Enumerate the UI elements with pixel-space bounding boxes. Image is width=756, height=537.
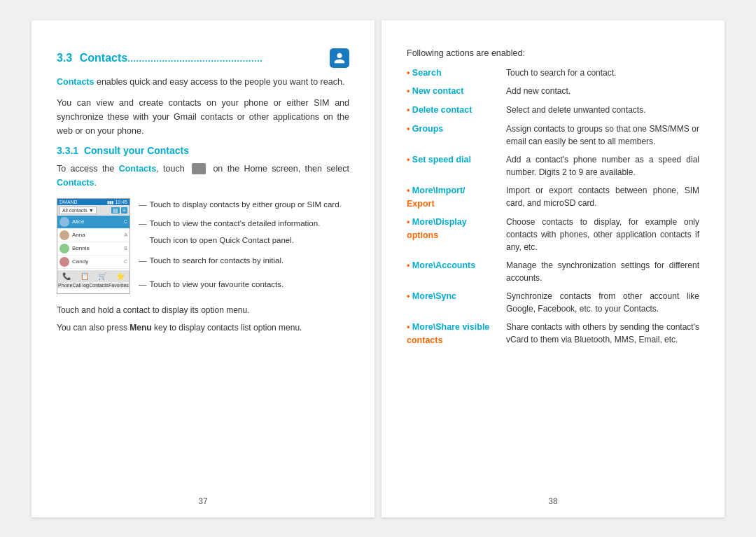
annotation-5: — Touch to view your favourite contacts.	[139, 278, 349, 292]
action-subterm-export: Export	[407, 197, 498, 211]
action-delete-contact: Delete contact Select and delete unwante…	[407, 104, 699, 117]
action-desc-display: Choose contacts to display, for example …	[506, 216, 699, 253]
annotation-4: — Touch to search for contacts by initia…	[139, 254, 349, 268]
action-speed-dial: Set speed dial Add a contact's phone num…	[407, 153, 699, 179]
subsection-title: 3.3.1 Consult your Contacts	[57, 145, 349, 156]
intro-paragraph: Contacts enables quick and easy access t…	[57, 75, 349, 89]
action-desc-new-contact: Add new contact.	[506, 85, 699, 98]
contact-row-alice: Alice C	[57, 216, 130, 229]
action-desc-import: Import or export contacts between phone,…	[506, 184, 699, 211]
action-term-share: More\Share visible	[407, 321, 498, 334]
action-term-groups: Groups	[407, 124, 443, 134]
phone-bottom-bar: 📞 📋 🛒 ⭐	[57, 270, 130, 282]
annotation-1: — Touch to display contacts by either gr…	[139, 198, 349, 212]
action-sync: More\Sync Synchronize contacts from othe…	[407, 290, 699, 315]
action-term-sync: More\Sync	[407, 291, 456, 301]
following-actions-text: Following actions are enabled:	[407, 48, 699, 58]
access-text: To access the Contacts, touch on the Hom…	[57, 162, 349, 190]
all-contacts-dropdown: All contacts ▼	[59, 207, 97, 214]
section-header: 3.3 Contacts............................…	[57, 48, 349, 68]
page-37: 3.3 Contacts............................…	[31, 20, 374, 517]
action-import-export: More\Import/ Export Import or export con…	[407, 184, 699, 211]
phone-screen: DMAND ▮▮▮10:45 All contacts ▼ ▤ ≡ Alice	[57, 198, 130, 295]
action-desc-share: Share contacts with others by sending th…	[506, 321, 699, 347]
footer-text-2: You can also press Menu key to display c…	[57, 321, 349, 335]
action-share-visible: More\Share visible contacts Share contac…	[407, 321, 699, 347]
action-term-accounts: More\Accounts	[407, 260, 475, 270]
action-display-options: More\Display options Choose contacts to …	[407, 216, 699, 253]
action-term-search: Search	[407, 68, 442, 78]
page-number-37: 37	[198, 496, 207, 506]
actions-list: Search Touch to search for a contact. Ne…	[407, 67, 699, 347]
annotation-3: — Touch icon to open Quick Contact panel…	[139, 234, 349, 248]
action-new-contact: New contact Add new contact.	[407, 85, 699, 98]
action-desc-sync: Synchronize contacts from other account …	[506, 290, 699, 315]
action-term-display: More\Display	[407, 216, 498, 229]
action-subterm-contacts: contacts	[407, 334, 498, 347]
action-desc-delete: Select and delete unwanted contacts.	[506, 104, 699, 117]
section-title: Contacts................................…	[76, 52, 330, 64]
phone-filter-bar: All contacts ▼ ▤ ≡	[57, 205, 130, 216]
action-term-new-contact: New contact	[407, 86, 464, 96]
footer-text-1: Touch and hold a contact to display its …	[57, 304, 349, 317]
action-term-import: More\Import/	[407, 184, 498, 197]
action-desc-groups: Assign contacts to groups so that one SM…	[506, 123, 699, 148]
action-desc-accounts: Manage the synchronization settings for …	[506, 259, 699, 284]
contacts-icon	[330, 48, 349, 68]
page-number-38: 38	[548, 496, 557, 506]
action-term-delete: Delete contact	[407, 105, 472, 115]
action-accounts: More\Accounts Manage the synchronization…	[407, 259, 699, 284]
action-desc-speed-dial: Add a contact's phone number as a speed …	[506, 153, 699, 179]
contact-row-anna: Anna A	[57, 229, 130, 242]
section-number: 3.3	[57, 52, 72, 64]
annotations: — Touch to display contacts by either gr…	[139, 198, 349, 295]
page-38: Following actions are enabled: Search To…	[382, 20, 724, 517]
contact-row-bonnie: Bonnie B	[57, 242, 130, 256]
phone-status-bar: DMAND ▮▮▮10:45	[57, 199, 130, 205]
action-term-speed-dial: Set speed dial	[407, 155, 471, 165]
phone-diagram: DMAND ▮▮▮10:45 All contacts ▼ ▤ ≡ Alice	[57, 198, 349, 295]
annotation-2: — Touch to view the contact's detailed i…	[139, 217, 349, 231]
para2: You can view and create contacts on your…	[57, 96, 349, 138]
action-search: Search Touch to search for a contact.	[407, 67, 699, 80]
action-subterm-options: options	[407, 229, 498, 242]
contact-row-candy: Candy C	[57, 256, 130, 269]
action-groups: Groups Assign contacts to groups so that…	[407, 123, 699, 148]
action-desc-search: Touch to search for a contact.	[506, 67, 699, 80]
